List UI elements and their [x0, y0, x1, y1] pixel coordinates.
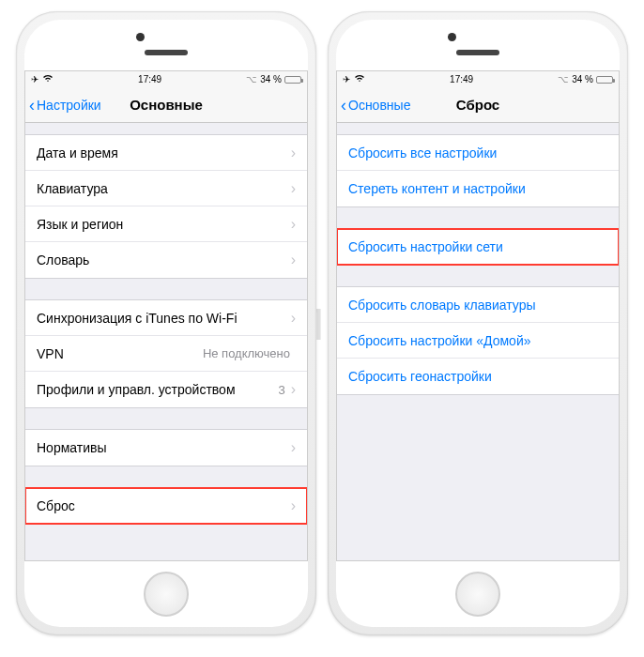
home-button[interactable]	[455, 572, 500, 617]
front-camera-icon	[136, 33, 145, 41]
iphone-device-right: ✈ 17:49 ⌥ 34 % ‹ Основные Сброс	[328, 11, 628, 635]
home-button[interactable]	[144, 572, 189, 617]
settings-row[interactable]: Стереть контент и настройки	[337, 171, 619, 206]
settings-row[interactable]: Сбросить все настройки	[337, 135, 619, 171]
row-label: Синхронизация с iTunes по Wi-Fi	[37, 311, 291, 326]
settings-group: Сбросить настройки сети	[337, 228, 619, 266]
reset-list[interactable]: Сбросить все настройкиСтереть контент и …	[337, 123, 619, 560]
row-label: Язык и регион	[37, 217, 291, 232]
chevron-right-icon: ›	[291, 310, 296, 327]
chevron-right-icon: ›	[291, 180, 296, 197]
nav-bar: ‹ Настройки Основные	[25, 87, 307, 123]
row-label: Сбросить словарь клавиатуры	[348, 298, 607, 313]
back-label: Основные	[348, 98, 410, 113]
settings-row[interactable]: Синхронизация с iTunes по Wi-Fi›	[25, 300, 307, 336]
chevron-right-icon: ›	[291, 145, 296, 161]
row-detail: 3	[278, 383, 284, 397]
settings-row[interactable]: Сбросить настройки «Домой»	[337, 323, 619, 359]
row-label: Профили и управл. устройством	[37, 382, 278, 397]
row-label: VPN	[37, 346, 203, 361]
screen-left: ✈ 17:49 ⌥ 34 % ‹ Настройки Основные	[24, 70, 308, 561]
settings-list[interactable]: Дата и время›Клавиатура›Язык и регион›Сл…	[25, 123, 307, 560]
battery-icon	[596, 76, 613, 84]
top-hardware	[24, 20, 308, 70]
airplane-icon: ✈	[31, 74, 38, 84]
row-label: Дата и время	[37, 145, 291, 160]
status-bar: ✈ 17:49 ⌥ 34 %	[25, 71, 307, 87]
row-label: Сбросить все настройки	[348, 145, 607, 160]
screen-right: ✈ 17:49 ⌥ 34 % ‹ Основные Сброс	[336, 70, 620, 561]
settings-row[interactable]: Клавиатура›	[25, 171, 307, 206]
iphone-device-left: ✈ 17:49 ⌥ 34 % ‹ Настройки Основные	[16, 11, 316, 635]
settings-group: Дата и время›Клавиатура›Язык и регион›Сл…	[25, 134, 307, 279]
settings-row[interactable]: Словарь›	[25, 242, 307, 278]
row-label: Стереть контент и настройки	[348, 181, 607, 196]
settings-row[interactable]: Дата и время›	[25, 135, 307, 171]
bluetooth-icon: ⌥	[246, 74, 257, 84]
front-camera-icon	[448, 33, 456, 41]
back-label: Настройки	[37, 98, 101, 113]
wifi-icon	[42, 74, 54, 84]
settings-group: Нормативы›	[25, 429, 307, 466]
settings-group: Сбросить все настройкиСтереть контент и …	[337, 134, 619, 207]
row-label: Сбросить настройки сети	[348, 239, 607, 254]
nav-bar: ‹ Основные Сброс	[337, 87, 619, 123]
battery-percent: 34 %	[572, 74, 593, 84]
settings-group: Сброс›	[25, 487, 307, 525]
row-label: Клавиатура	[37, 181, 291, 196]
chevron-right-icon: ›	[291, 497, 296, 514]
airplane-icon: ✈	[343, 74, 350, 84]
status-time: 17:49	[138, 74, 161, 84]
status-bar: ✈ 17:49 ⌥ 34 %	[337, 71, 619, 87]
ear-speaker-icon	[456, 50, 499, 55]
bluetooth-icon: ⌥	[558, 74, 569, 84]
settings-row[interactable]: VPNНе подключено	[25, 336, 307, 372]
home-area	[336, 561, 620, 627]
row-detail: Не подключено	[203, 346, 290, 360]
row-label: Сбросить настройки «Домой»	[348, 333, 607, 348]
chevron-right-icon: ›	[291, 252, 296, 268]
row-label: Словарь	[37, 252, 291, 267]
back-button[interactable]: ‹ Настройки	[25, 97, 101, 114]
settings-row[interactable]: Сбросить настройки сети	[337, 229, 619, 265]
settings-group: Сбросить словарь клавиатурыСбросить наст…	[337, 286, 619, 395]
ear-speaker-icon	[145, 50, 188, 55]
settings-row[interactable]: Сбросить геонастройки	[337, 359, 619, 394]
home-area	[24, 561, 308, 627]
row-label: Сбросить геонастройки	[348, 369, 607, 384]
battery-icon	[284, 76, 301, 84]
row-label: Сброс	[37, 498, 291, 513]
settings-row[interactable]: Профили и управл. устройством3›	[25, 372, 307, 407]
settings-group: Синхронизация с iTunes по Wi-Fi›VPNНе по…	[25, 299, 307, 408]
battery-percent: 34 %	[260, 74, 282, 84]
settings-row[interactable]: Язык и регион›	[25, 206, 307, 242]
top-hardware	[336, 20, 620, 70]
wifi-icon	[354, 74, 365, 84]
chevron-left-icon: ‹	[29, 97, 35, 114]
chevron-right-icon: ›	[291, 381, 296, 398]
chevron-right-icon: ›	[291, 439, 296, 456]
settings-row[interactable]: Сбросить словарь клавиатуры	[337, 287, 619, 323]
status-time: 17:49	[450, 74, 473, 84]
settings-row[interactable]: Нормативы›	[25, 430, 307, 466]
back-button[interactable]: ‹ Основные	[337, 97, 410, 114]
row-label: Нормативы	[37, 440, 291, 455]
settings-row[interactable]: Сброс›	[25, 488, 307, 524]
chevron-right-icon: ›	[291, 216, 296, 233]
chevron-left-icon: ‹	[341, 97, 346, 114]
